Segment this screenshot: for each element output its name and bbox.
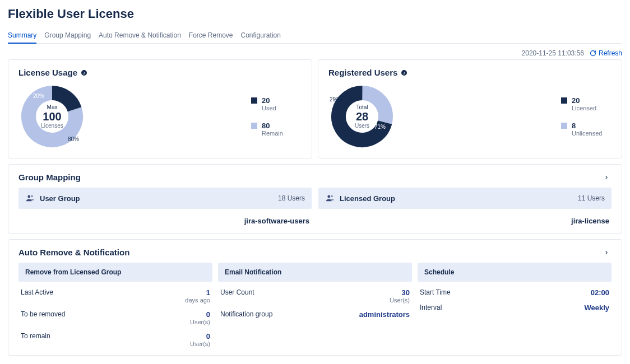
- user-group-label: User Group: [40, 194, 80, 203]
- registered-users-title: Registered Users: [328, 68, 397, 77]
- user-count-label: User Count: [220, 288, 254, 296]
- registered-users-card: Registered Users i Total 28: [318, 59, 622, 158]
- refresh-button[interactable]: Refresh: [590, 49, 622, 57]
- svg-point-10: [327, 195, 330, 198]
- tab-bar: Summary Group Mapping Auto Remove & Noti…: [8, 29, 622, 44]
- tab-configuration[interactable]: Configuration: [241, 29, 281, 43]
- tab-auto-remove[interactable]: Auto Remove & Notification: [99, 29, 181, 43]
- group-mapping-card: Group Mapping User Group 18 Users jira-s…: [8, 164, 622, 234]
- licensed-group-count: 11 Users: [578, 194, 605, 202]
- legend-licensed-value: 20: [572, 96, 596, 105]
- to-remain-label: To remain: [21, 332, 50, 340]
- last-active-value: 1: [185, 288, 210, 297]
- auto-remove-card: Auto Remove & Notification Remove from L…: [8, 239, 622, 356]
- page-title: Flexible User License: [8, 7, 622, 21]
- legend-used-value: 20: [262, 96, 276, 105]
- notif-group-value: administrators: [359, 310, 410, 319]
- tab-force-remove[interactable]: Force Remove: [189, 29, 233, 43]
- swatch-licensed: [561, 97, 567, 104]
- licensed-group-header: Licensed Group 11 Users: [318, 188, 612, 209]
- legend-used-label: Used: [262, 105, 276, 111]
- tab-group-mapping[interactable]: Group Mapping: [44, 29, 91, 43]
- swatch-unlicensed: [561, 123, 567, 129]
- licensed-group-column: Licensed Group 11 Users jira-license: [318, 188, 612, 225]
- svg-point-9: [31, 195, 33, 197]
- to-be-removed-unit: User(s): [190, 319, 210, 325]
- group-mapping-title: Group Mapping: [18, 172, 81, 182]
- svg-text:i: i: [84, 71, 85, 75]
- donut-center-value: 100: [41, 110, 63, 123]
- svg-point-11: [331, 195, 333, 197]
- pct-unlicensed: 29%: [330, 96, 341, 102]
- license-usage-legend: 20 Used 80 Remain: [251, 96, 302, 137]
- email-column: Email Notification User Count 30 User(s)…: [218, 263, 412, 347]
- expand-button[interactable]: [601, 174, 612, 181]
- timestamp: 2020-11-25 11:03:56: [522, 49, 584, 57]
- refresh-label: Refresh: [599, 49, 622, 57]
- refresh-icon: [590, 50, 596, 57]
- remove-header: Remove from Licensed Group: [18, 263, 212, 282]
- donut-center-sub: Users: [355, 123, 369, 129]
- license-usage-chart: Max 100 Licenses 20% 80%: [18, 83, 86, 150]
- swatch-used: [251, 97, 257, 104]
- start-time-label: Start Time: [420, 288, 451, 296]
- users-icon: [325, 193, 335, 203]
- schedule-header: Schedule: [418, 263, 612, 282]
- user-group-count: 18 Users: [278, 194, 305, 202]
- donut-center-value: 28: [355, 110, 369, 123]
- svg-text:i: i: [404, 71, 405, 75]
- chevron-right-icon: [604, 175, 609, 180]
- registered-users-legend: 20 Licensed 8 Unlicensed: [561, 96, 612, 137]
- tab-summary[interactable]: Summary: [8, 29, 36, 44]
- to-be-removed-label: To be removed: [21, 310, 65, 318]
- legend-remain-label: Remain: [262, 130, 283, 137]
- to-remain-unit: User(s): [190, 340, 210, 347]
- interval-label: Interval: [420, 304, 442, 311]
- legend-licensed-label: Licensed: [572, 105, 596, 111]
- user-count-unit: User(s): [390, 297, 410, 304]
- to-remain-value: 0: [190, 332, 210, 340]
- info-icon[interactable]: i: [401, 69, 407, 76]
- user-group-column: User Group 18 Users jira-software-users: [18, 188, 312, 225]
- registered-users-chart: Total 28 Users 29% 71%: [328, 83, 396, 150]
- info-icon[interactable]: i: [81, 69, 87, 76]
- pct-licensed: 71%: [374, 124, 386, 130]
- swatch-remain: [251, 123, 257, 129]
- auto-remove-title: Auto Remove & Notification: [18, 248, 129, 257]
- email-header: Email Notification: [218, 263, 412, 282]
- chevron-right-icon: [604, 250, 609, 255]
- legend-unlicensed-value: 8: [572, 122, 602, 130]
- interval-value: Weekly: [584, 304, 609, 312]
- pct-used: 20%: [33, 93, 44, 99]
- last-active-label: Last Active: [21, 288, 53, 296]
- expand-button[interactable]: [601, 249, 612, 256]
- last-active-unit: days ago: [185, 297, 210, 304]
- pct-remain: 80%: [68, 136, 79, 142]
- license-usage-card: License Usage i Max 100 Lice: [8, 59, 312, 158]
- start-time-value: 02:00: [591, 288, 609, 297]
- user-group-value: jira-software-users: [18, 209, 312, 225]
- schedule-column: Schedule Start Time 02:00 Interval Weekl…: [418, 263, 612, 347]
- notif-group-label: Notification group: [220, 310, 272, 318]
- licensed-group-value: jira-license: [318, 209, 612, 225]
- donut-center-sub: Licenses: [41, 123, 63, 129]
- license-usage-title: License Usage: [18, 68, 77, 77]
- svg-point-8: [27, 195, 30, 198]
- user-count-value: 30: [390, 288, 410, 297]
- legend-unlicensed-label: Unlicensed: [572, 130, 602, 137]
- donut-center-label: Max: [41, 104, 63, 110]
- licensed-group-label: Licensed Group: [340, 194, 395, 203]
- legend-remain-value: 80: [262, 122, 283, 130]
- users-icon: [25, 193, 35, 203]
- donut-center-label: Total: [355, 104, 369, 110]
- to-be-removed-value: 0: [190, 310, 210, 319]
- user-group-header: User Group 18 Users: [18, 188, 312, 209]
- remove-column: Remove from Licensed Group Last Active 1…: [18, 263, 212, 347]
